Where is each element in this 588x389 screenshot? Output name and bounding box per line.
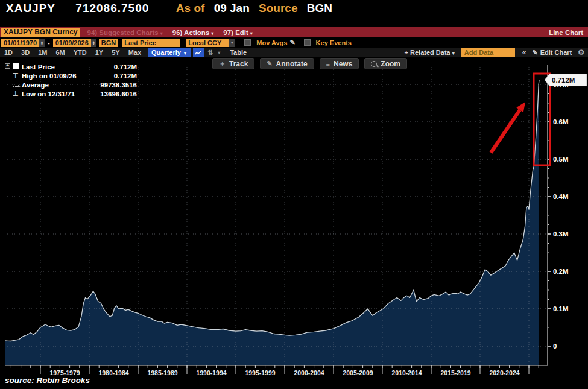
source-label: Source [259, 2, 297, 14]
x-tick-label: 1985-1989 [147, 369, 177, 376]
currency-dropdown-stepper[interactable]: ▼ [229, 39, 235, 47]
x-tick-label: 2005-2009 [343, 369, 373, 376]
x-tick-label: 1995-1999 [245, 369, 275, 376]
range-button-3d[interactable]: 3D [21, 49, 30, 56]
date-from-stepper[interactable]: ▲▼ [39, 39, 45, 47]
chevron-down-icon[interactable]: ▾ [218, 50, 220, 55]
last-price-swatch-icon [13, 63, 22, 71]
gear-icon[interactable]: ⚙ [578, 48, 584, 57]
date-to-stepper[interactable]: ▲▼ [91, 39, 96, 47]
x-tick-label: 2015-2019 [440, 369, 470, 376]
pencil-icon: ✎ [532, 49, 537, 57]
ticker-symbol: XAUJPY [6, 2, 55, 14]
y-tick-label: 0 [553, 343, 557, 350]
table-button[interactable]: Table [230, 49, 247, 56]
edit-chart-button[interactable]: Edit Chart [540, 49, 572, 56]
bloomberg-terminal-screen: XAUJPY 712086.7500 As of 09 Jan Source B… [0, 0, 588, 389]
chart-title-bar: XAUJPY 712086.7500 As of 09 Jan Source B… [0, 0, 588, 27]
x-tick-label: 1980-1984 [98, 369, 128, 376]
line-chart-type-icon[interactable] [193, 48, 204, 57]
legend-label: Low on 12/31/71 [22, 90, 75, 98]
magnifier-icon [371, 61, 377, 67]
legend-bracket [7, 69, 7, 98]
price-area-fill [5, 80, 539, 365]
range-button-1y[interactable]: 1Y [95, 49, 103, 56]
chevron-down-icon: ▾ [250, 31, 253, 36]
chart-tools: ＋ Track ✎ Annotate ≡ News Zoom [212, 58, 407, 69]
key-events-checkbox[interactable] [304, 39, 311, 46]
range-button-6m[interactable]: 6M [55, 49, 65, 56]
legend-row: ⊥Low on 12/31/7113696.6016 [13, 89, 137, 98]
legend-row: ⊤High on 01/09/260.712M [13, 71, 137, 80]
sort-icon[interactable]: ⇅ [207, 49, 213, 57]
as-of-date: 09 Jan [214, 2, 250, 14]
chart-legend: + Last Price0.712M⊤High on 01/09/260.712… [5, 62, 137, 98]
legend-expander-icon[interactable]: + [5, 63, 10, 69]
pricing-source-select[interactable]: BGN [99, 39, 118, 47]
menu-bar: XAUJPY BGN Curncy 94) Suggested Charts▾ … [0, 27, 588, 37]
field-select[interactable]: Last Price [122, 39, 180, 47]
y-tick-label: 0.3M [553, 230, 569, 238]
as-of-label: As of [176, 2, 205, 14]
low-marker-icon: ⊥ [13, 90, 22, 98]
legend-label: High on 01/09/26 [22, 72, 77, 80]
annotate-button[interactable]: ✎ Annotate [260, 58, 314, 69]
range-button-1d[interactable]: 1D [4, 49, 13, 56]
chevron-down-icon: ▾ [160, 31, 163, 36]
y-tick-label: 0.4M [553, 193, 569, 200]
key-events-label: Key Events [316, 39, 352, 46]
zoom-button[interactable]: Zoom [364, 58, 407, 69]
legend-row: Last Price0.712M [13, 62, 137, 71]
date-to-input[interactable]: 01/09/2026 [53, 39, 91, 47]
pencil-icon[interactable]: ✎ [289, 39, 295, 46]
mov-avgs-checkbox[interactable] [244, 39, 251, 46]
mov-avgs-label: Mov Avgs [256, 39, 287, 46]
x-tick-label: 2010-2014 [391, 369, 422, 376]
range-button-1m[interactable]: 1M [38, 49, 47, 56]
menu-actions[interactable]: 96) Actions▾ [172, 29, 214, 36]
range-button-ytd[interactable]: YTD [74, 49, 87, 56]
y-tick-label: 0.2M [553, 268, 569, 275]
last-price-value: 712086.7500 [75, 2, 149, 14]
track-button[interactable]: ＋ Track [212, 58, 254, 69]
related-data-button[interactable]: + Related Data ▾ [405, 49, 455, 56]
currency-select[interactable]: Local CCY [186, 39, 229, 47]
chart-type-label: Line Chart [549, 29, 583, 36]
legend-label: Last Price [22, 63, 55, 71]
date-range-separator: - [48, 39, 50, 46]
arrow-annotation-shaft [491, 110, 520, 153]
crosshair-icon: ＋ [219, 59, 226, 68]
security-box[interactable]: XAUJPY BGN Curncy [1, 28, 80, 37]
range-toolbar: 1D3D1M6MYTD1Y5YMax Quarterly ▼ ⇅ ▾ Table… [0, 48, 588, 57]
range-button-max[interactable]: Max [128, 49, 141, 56]
x-tick-label: 2000-2004 [294, 369, 324, 376]
news-lines-icon: ≡ [326, 60, 330, 68]
pencil-icon: ✎ [267, 60, 272, 68]
range-buttons: 1D3D1M6MYTD1Y5YMax [0, 49, 145, 56]
x-tick-label: 1990-1994 [196, 369, 226, 376]
x-tick-label: 2020-2024 [489, 369, 519, 376]
add-data-button[interactable]: Add Data [461, 48, 515, 57]
legend-value: 0.712M [114, 63, 137, 71]
high-marker-icon: ⊤ [13, 72, 22, 80]
last-price-tag-label: 0.712M [552, 77, 575, 84]
legend-value: 13696.6016 [100, 90, 137, 98]
range-button-5y[interactable]: 5Y [112, 49, 119, 56]
news-button[interactable]: ≡ News [320, 58, 359, 69]
collapse-chevrons-icon[interactable]: « [522, 48, 526, 57]
legend-label: Average [22, 81, 49, 89]
legend-value: 0.712M [114, 72, 137, 80]
date-from-input[interactable]: 01/01/1970 [1, 39, 39, 47]
legend-value: 99738.3516 [100, 81, 137, 89]
legend-row: Average99738.3516 [13, 80, 137, 89]
source-note: source: Robin Brooks [5, 376, 90, 385]
period-select[interactable]: Quarterly ▼ [148, 48, 191, 57]
price-chart-svg[interactable]: 00.1M0.2M0.3M0.4M0.5M0.6M0.7M1975-197919… [0, 57, 588, 389]
average-line-icon [13, 81, 22, 89]
chevron-down-icon: ▾ [211, 31, 213, 36]
legend-rows: Last Price0.712M⊤High on 01/09/260.712MA… [13, 62, 137, 98]
settings-toolbar: 01/01/1970 ▲▼ - 01/09/2026 ▲▼ BGN Last P… [0, 37, 588, 48]
menu-edit[interactable]: 97) Edit▾ [223, 29, 253, 36]
menu-suggested-charts[interactable]: 94) Suggested Charts▾ [87, 29, 162, 36]
y-tick-label: 0.6M [553, 118, 569, 125]
